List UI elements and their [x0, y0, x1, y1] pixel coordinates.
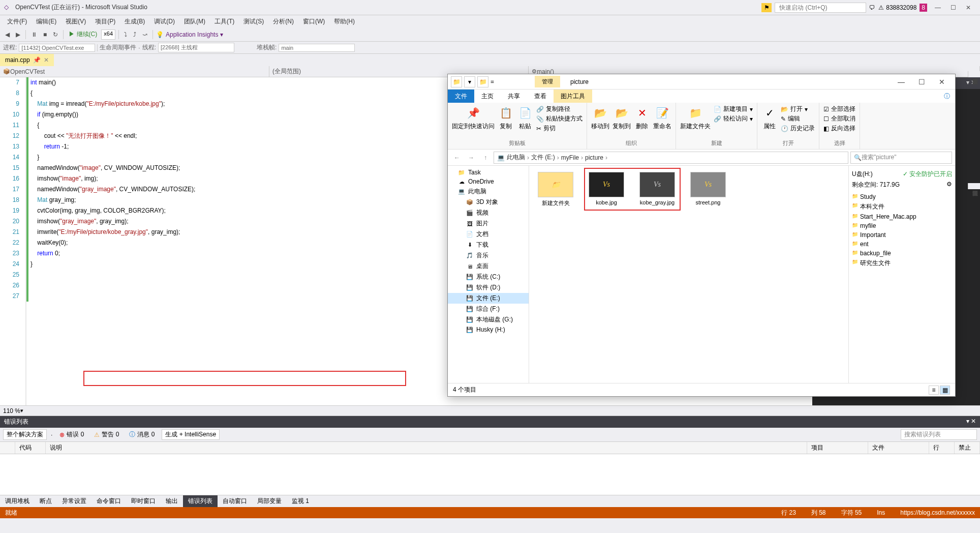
notification-flag-icon[interactable]: ⚑	[761, 3, 772, 12]
exp-maximize[interactable]: ☐	[911, 78, 932, 86]
tree-item[interactable]: 💾软件 (D:)	[448, 282, 529, 293]
tab-main-cpp[interactable]: main.cpp 📌 ✕	[0, 54, 54, 66]
panel-controls[interactable]: ▾ ✕	[966, 79, 976, 87]
details-view-icon[interactable]: ≡	[929, 386, 939, 395]
panel-controls[interactable]: ▾ ✕	[966, 418, 976, 426]
dropdown-icon[interactable]: ▾	[464, 76, 475, 87]
bottom-tab[interactable]: 异常设置	[57, 495, 91, 507]
lifecycle-button[interactable]: 生命周期事件	[100, 43, 136, 52]
feedback-icon[interactable]: 🗩	[869, 4, 875, 11]
exp-menu-tab[interactable]: 查看	[527, 90, 554, 103]
select-none[interactable]: ☐ 全部取消	[823, 114, 855, 123]
menu-item[interactable]: 项目(P)	[91, 16, 119, 27]
tree-item[interactable]: 💾Husky (H:)	[448, 325, 529, 334]
stack-combo[interactable]: main	[279, 44, 355, 52]
help-icon[interactable]: ⓘ	[939, 90, 955, 103]
tree-item[interactable]: 💾文件 (E:)	[448, 293, 529, 304]
menu-item[interactable]: 文件(F)	[3, 16, 31, 27]
maximize-button[interactable]: ☐	[945, 4, 961, 11]
drive-folder[interactable]: Start_Here_Mac.app	[852, 212, 952, 221]
drive-folder[interactable]: Study	[852, 192, 952, 201]
tree-item[interactable]: 🖥桌面	[448, 261, 529, 272]
drive-folder[interactable]: Important	[852, 230, 952, 240]
copy-to[interactable]: 📂复制到	[612, 105, 631, 131]
step-icon[interactable]: ⤵	[122, 30, 129, 39]
file-item[interactable]: Vsstreet.png	[688, 172, 728, 205]
file-area[interactable]: 📁新建文件夹Vskobe.jpgVskobe_gray.jpgVsstreet.…	[529, 166, 848, 383]
back-icon[interactable]: ←	[451, 152, 463, 164]
side-tab-solution[interactable]: 解决方案资源管理器	[968, 71, 980, 77]
gear-icon[interactable]: ⚙	[946, 181, 952, 189]
menu-item[interactable]: 帮助(H)	[330, 16, 359, 27]
manage-tab[interactable]: 管理	[535, 76, 560, 87]
copy-path[interactable]: 🔗 复制路径	[536, 105, 583, 113]
restart-icon[interactable]: ↻	[51, 30, 60, 39]
menu-item[interactable]: 视图(V)	[62, 16, 90, 27]
drive-folder[interactable]: 本科文件	[852, 201, 952, 212]
address-bar[interactable]: 💻 此电脑 › 文件 (E:) › myFile › picture ›	[494, 152, 848, 164]
step-out-icon[interactable]: ⤻	[140, 30, 149, 39]
history-button[interactable]: 🕐 历史记录	[781, 124, 815, 133]
drive-folder[interactable]: backup_file	[852, 249, 952, 258]
notification-count[interactable]: 8	[920, 4, 927, 12]
up-icon[interactable]: ↑	[479, 152, 492, 164]
new-folder-icon[interactable]: 📁	[477, 76, 488, 87]
continue-button[interactable]: ▶ 继续(C)	[67, 29, 99, 40]
menu-item[interactable]: 分析(N)	[269, 16, 298, 27]
icons-view-icon[interactable]: ▦	[940, 386, 950, 395]
exp-close[interactable]: ✕	[932, 78, 952, 86]
scope-filter[interactable]: 整个解决方案	[3, 429, 47, 440]
cut-button[interactable]: ✂ 剪切	[536, 124, 583, 133]
tree-item[interactable]: 🖼图片	[448, 218, 529, 229]
nav-back-icon[interactable]: ◀	[3, 30, 12, 39]
bottom-tab[interactable]: 监视 1	[287, 495, 314, 507]
paste-button[interactable]: 📄粘贴	[517, 105, 533, 131]
drive-folder[interactable]: 研究生文件	[852, 258, 952, 269]
tree-item[interactable]: 💾本地磁盘 (G:)	[448, 314, 529, 325]
thread-combo[interactable]: [22668] 主线程	[158, 43, 234, 52]
paste-link[interactable]: 📎 粘贴快捷方式	[536, 114, 583, 123]
bottom-tab[interactable]: 输出	[161, 495, 183, 507]
menu-item[interactable]: 调试(D)	[150, 16, 179, 27]
tree-item[interactable]: ⬇下载	[448, 240, 529, 250]
build-filter[interactable]: 生成 + IntelliSense	[162, 429, 220, 440]
exp-menu-tab[interactable]: 共享	[501, 90, 527, 103]
drive-folder[interactable]: myfile	[852, 221, 952, 230]
exp-menu-tab[interactable]: 文件	[448, 90, 474, 103]
new-folder[interactable]: 📁新建文件夹	[680, 105, 711, 131]
bottom-tab[interactable]: 命令窗口	[91, 495, 126, 507]
minimize-button[interactable]: —	[930, 4, 945, 11]
bottom-tab[interactable]: 错误列表	[183, 495, 218, 507]
bottom-tab[interactable]: 断点	[35, 495, 57, 507]
app-insights-button[interactable]: 💡 Application Insights ▾	[156, 31, 223, 38]
stop-icon[interactable]: ■	[41, 30, 49, 39]
close-button[interactable]: ✕	[961, 4, 976, 11]
rename-button[interactable]: 📝重命名	[653, 105, 671, 131]
delete-button[interactable]: ✕删除	[634, 105, 650, 131]
messages-filter[interactable]: ⓘ消息 0	[126, 430, 158, 439]
bottom-tab[interactable]: 局部变量	[252, 495, 287, 507]
tree-item[interactable]: 📄文档	[448, 229, 529, 240]
close-tab-icon[interactable]: ✕	[44, 56, 49, 64]
nav-fwd-icon[interactable]: ▶	[14, 30, 22, 39]
tree-item[interactable]: 💻此电脑	[448, 186, 529, 197]
edit-button[interactable]: ✎ 编辑	[781, 114, 815, 123]
menu-item[interactable]: 编辑(E)	[32, 16, 60, 27]
tree-item[interactable]: 📁Task	[448, 168, 529, 177]
zoom-indicator[interactable]: 110 % ▾	[0, 405, 980, 416]
copy-button[interactable]: 📋复制	[498, 105, 514, 131]
pause-icon[interactable]: ⏸	[29, 30, 39, 39]
process-combo[interactable]: [11432] OpenCVTest.exe	[19, 44, 95, 52]
bottom-tab[interactable]: 即时窗口	[126, 495, 161, 507]
menu-item[interactable]: 工具(T)	[210, 16, 238, 27]
menu-item[interactable]: 窗口(W)	[299, 16, 329, 27]
exp-menu-tab[interactable]: 主页	[474, 90, 501, 103]
menu-item[interactable]: 生成(B)	[120, 16, 149, 27]
bottom-tab[interactable]: 调用堆栈	[0, 495, 35, 507]
tree-item[interactable]: 💾综合 (F:)	[448, 304, 529, 314]
pin-quick-access[interactable]: 📌固定到快速访问	[452, 105, 495, 131]
forward-icon[interactable]: →	[465, 152, 477, 164]
pin-icon[interactable]: 📌	[33, 56, 41, 64]
project-scope[interactable]: 📦 OpenCVTest	[0, 66, 269, 77]
exp-minimize[interactable]: —	[891, 78, 911, 86]
